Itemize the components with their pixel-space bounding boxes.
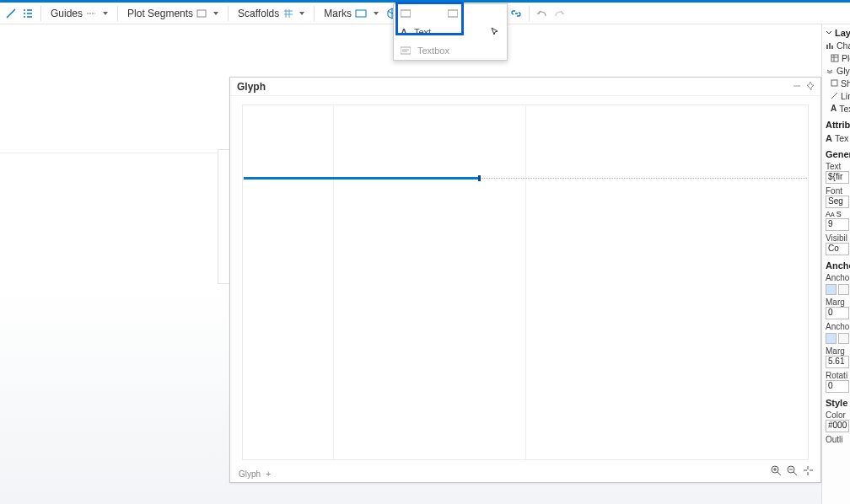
pin-icon[interactable] <box>805 81 815 94</box>
text-input[interactable]: ${fir <box>826 171 849 184</box>
marks-dropdown[interactable]: Marks <box>320 4 383 23</box>
attributes-title: Attrib <box>826 120 850 130</box>
rotation-input[interactable]: 0 <box>826 380 849 393</box>
layers-header[interactable]: Layers <box>826 26 850 39</box>
plot-segments-label: Plot Segments <box>127 8 193 19</box>
anchor-x-buttons[interactable] <box>826 284 850 295</box>
svg-line-13 <box>777 472 781 475</box>
popup-row-1[interactable] <box>394 4 507 23</box>
svg-rect-22 <box>831 55 838 62</box>
marks-label: Marks <box>324 8 352 19</box>
popup-text-label: Text <box>414 27 431 37</box>
rect-icon <box>196 8 208 19</box>
anchor-title: Ancho <box>826 260 850 271</box>
svg-rect-21 <box>831 46 833 49</box>
general-title: Gener <box>826 149 850 159</box>
svg-line-17 <box>794 472 797 475</box>
text-dropdown-popup: A Text Textbox <box>393 3 508 61</box>
guides-icon <box>86 9 98 18</box>
anchor-y-buttons[interactable] <box>826 333 850 344</box>
minimize-icon[interactable] <box>792 81 802 94</box>
rotation-label: Rotati <box>826 371 850 380</box>
scaffold-icon <box>282 8 294 19</box>
zoom-controls <box>771 465 814 479</box>
svg-rect-20 <box>829 43 831 49</box>
layer-glyph[interactable]: Glyph <box>826 64 850 77</box>
text-label: Text <box>826 162 850 171</box>
layer-chart[interactable]: Chart <box>826 39 850 51</box>
faint-guide <box>0 153 218 153</box>
text-field-icon <box>401 9 411 18</box>
svg-rect-3 <box>356 10 366 17</box>
font-label: Font <box>826 186 850 196</box>
list-tool-icon[interactable] <box>20 6 35 21</box>
toolbar-separator <box>228 6 229 21</box>
link-icon[interactable] <box>508 6 524 21</box>
chevron-down-icon <box>374 12 379 15</box>
svg-rect-2 <box>197 10 206 17</box>
outline-label: Outli <box>826 435 850 444</box>
glyph-footer: Glyph + <box>239 469 271 479</box>
svg-line-0 <box>7 9 15 18</box>
glyph-panel-title: Glyph <box>230 78 820 96</box>
toolbar-separator <box>529 6 530 21</box>
textbox-icon <box>401 46 411 55</box>
glyph-bar-mark[interactable] <box>244 177 480 180</box>
svg-rect-6 <box>401 10 411 17</box>
attribute-text[interactable]: A Tex <box>826 131 850 144</box>
plot-segments-dropdown[interactable]: Plot Segments <box>123 4 223 23</box>
line-tool-icon[interactable] <box>3 6 19 21</box>
undo-icon[interactable] <box>535 6 550 21</box>
anchor-x-label: Ancho <box>826 273 850 282</box>
layers-title: Layers <box>835 28 850 38</box>
layer-line[interactable]: Lin <box>826 89 850 102</box>
add-glyph-button[interactable]: + <box>266 469 271 479</box>
toolbar-separator <box>314 6 315 21</box>
guides-label: Guides <box>51 8 83 19</box>
glyph-stage[interactable] <box>242 105 809 460</box>
layer-plot[interactable]: Plo <box>826 51 850 64</box>
guides-dropdown[interactable]: Guides <box>46 4 112 23</box>
style-title: Style <box>826 398 850 408</box>
mark-rect-icon <box>355 8 369 19</box>
scaffolds-label: Scaffolds <box>238 8 279 19</box>
scaffolds-dropdown[interactable]: Scaffolds <box>234 4 309 23</box>
svg-line-26 <box>831 93 837 99</box>
visibility-input[interactable]: Co <box>826 243 849 255</box>
popup-row-textbox[interactable]: Textbox <box>394 41 507 60</box>
margin-x-input[interactable]: 0 <box>826 307 849 319</box>
chevron-down-icon <box>299 12 304 15</box>
aa-icon: AA <box>826 210 835 218</box>
zoom-in-icon[interactable] <box>771 465 782 479</box>
cursor-icon <box>490 27 500 37</box>
layer-shape[interactable]: Sh <box>826 77 850 89</box>
size-input[interactable]: 9 <box>826 218 849 231</box>
glyph-bar-handle[interactable] <box>478 175 481 181</box>
redo-icon[interactable] <box>551 6 567 21</box>
svg-rect-8 <box>401 47 411 54</box>
fit-icon[interactable] <box>803 465 814 479</box>
color-input[interactable]: #000 <box>826 420 849 432</box>
glyph-panel: Glyph Glyph + <box>229 77 821 483</box>
margin-x-label: Marg <box>826 298 850 307</box>
chevron-down-icon <box>213 12 218 15</box>
glyph-panel-tools <box>792 81 815 94</box>
margin-y-label: Marg <box>826 346 850 356</box>
svg-rect-25 <box>831 80 837 86</box>
right-sidebar: Layers Chart Plo Glyph Sh Lin A Tex Attr… <box>821 24 850 504</box>
layer-text[interactable]: A Tex <box>826 102 850 115</box>
font-input[interactable]: Seg <box>826 196 849 208</box>
zoom-out-icon[interactable] <box>787 465 798 479</box>
svg-rect-19 <box>826 45 828 49</box>
main-body: Glyph Glyph + <box>0 24 850 504</box>
margin-y-input[interactable]: 5.61 <box>826 356 849 368</box>
chevron-down-icon <box>103 12 108 15</box>
toolbar-separator <box>40 6 41 21</box>
alt-icon <box>448 9 458 18</box>
popup-textbox-label: Textbox <box>417 46 449 56</box>
letter-a-icon: A <box>401 27 407 37</box>
popup-row-text[interactable]: A Text <box>394 23 507 41</box>
left-panel-edge <box>218 149 229 284</box>
glyph-footer-label: Glyph <box>239 469 261 479</box>
anchor-y-label: Ancho <box>826 322 850 331</box>
